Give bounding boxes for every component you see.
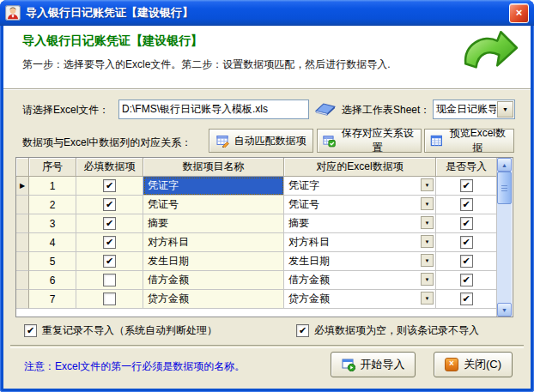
table-row[interactable]: 7贷方金额贷方金额▼✔	[16, 290, 496, 309]
skip-duplicates-option[interactable]: ✔ 重复记录不导入（系统自动判断处理）	[24, 323, 217, 338]
field-name-cell[interactable]: 贷方金额	[143, 290, 284, 309]
col-header-seq: 序号	[29, 158, 76, 177]
import-checkbox[interactable]: ✔	[460, 179, 473, 192]
skip-duplicates-checkbox[interactable]: ✔	[24, 324, 37, 337]
table-row[interactable]: 2✔凭证号凭证号▼✔	[16, 196, 496, 214]
steps-text: 第一步：选择要导入的Excle文件。第二步：设置数据项匹配，然后进行数据导入.	[22, 57, 391, 72]
field-name-cell[interactable]: 借方金额	[143, 271, 284, 290]
save-mapping-button[interactable]: 保存对应关系设置	[317, 129, 422, 153]
import-checkbox[interactable]: ✔	[460, 292, 473, 305]
dropdown-arrow-icon[interactable]: ▼	[421, 197, 434, 210]
title-bar[interactable]: 导入银行日记账凭证【建设银行】 ×	[0, 0, 534, 26]
sheet-select[interactable]: 现金日记账导 ▼	[433, 100, 515, 119]
page-title: 导入银行日记账凭证【建设银行】	[22, 33, 203, 49]
dropdown-arrow-icon[interactable]: ▼	[421, 273, 434, 286]
close-button-label: 关闭(C)	[464, 357, 501, 372]
skip-empty-required-option[interactable]: ✔ 必填数据项为空，则该条记录不导入	[296, 323, 479, 338]
note-text: 注意：Excel文件的第一行必须是数据项的名称。	[24, 359, 245, 374]
row-selector	[16, 214, 29, 233]
scrollbar-thumb[interactable]	[497, 172, 512, 204]
dropdown-arrow-icon[interactable]: ▼	[421, 292, 434, 305]
field-name-cell[interactable]: 对方科目	[143, 233, 284, 252]
start-import-button[interactable]: 开始导入	[331, 352, 416, 377]
import-cell[interactable]: ✔	[436, 271, 496, 290]
row-selector	[16, 252, 29, 271]
excel-mapping-cell[interactable]: 摘要▼	[284, 214, 436, 233]
grid-body: ▶1✔凭证字凭证字▼✔2✔凭证号凭证号▼✔3✔摘要摘要▼✔4✔对方科目对方科目▼…	[16, 177, 496, 309]
excel-path-input[interactable]	[118, 100, 309, 119]
dropdown-arrow-icon[interactable]: ▼	[421, 216, 434, 229]
seq-cell: 5	[29, 252, 76, 271]
scroll-up-icon[interactable]: ▲	[497, 158, 512, 172]
excel-mapping-value: 发生日期	[288, 254, 330, 268]
import-cell[interactable]: ✔	[436, 177, 496, 196]
preview-excel-label: 预览Excel数据	[447, 126, 508, 155]
required-checkbox[interactable]: ✔	[103, 179, 116, 192]
field-name-cell[interactable]: 凭证号	[143, 196, 284, 214]
required-checkbox[interactable]: ✔	[103, 198, 116, 211]
start-import-label: 开始导入	[361, 357, 405, 372]
auto-match-button[interactable]: 自动匹配数据项	[209, 129, 313, 153]
import-cell[interactable]: ✔	[436, 214, 496, 233]
browse-book-icon[interactable]	[314, 100, 337, 118]
field-name-cell[interactable]: 凭证字	[143, 177, 284, 196]
header-band: 导入银行日记账凭证【建设银行】 第一步：选择要导入的Excle文件。第二步：设置…	[3, 26, 531, 89]
required-checkbox[interactable]: ✔	[103, 217, 116, 230]
preview-excel-button[interactable]: 预览Excel数据	[424, 129, 514, 153]
required-cell[interactable]: ✔	[76, 177, 143, 196]
required-cell[interactable]	[76, 271, 143, 290]
excel-mapping-cell[interactable]: 凭证字▼	[284, 177, 436, 196]
excel-mapping-cell[interactable]: 对方科目▼	[284, 233, 436, 252]
required-checkbox[interactable]	[103, 292, 116, 305]
import-cell[interactable]: ✔	[436, 233, 496, 252]
dropdown-arrow-icon[interactable]: ▼	[421, 178, 434, 191]
col-header-excel: 对应的Excel数据项	[284, 158, 436, 177]
excel-mapping-value: 凭证字	[288, 178, 319, 193]
required-checkbox[interactable]: ✔	[103, 255, 116, 268]
required-cell[interactable]: ✔	[76, 196, 143, 214]
dropdown-arrow-icon[interactable]: ▼	[421, 235, 434, 248]
import-checkbox[interactable]: ✔	[460, 255, 473, 268]
field-name-cell[interactable]: 发生日期	[143, 252, 284, 271]
import-checkbox[interactable]: ✔	[460, 274, 473, 286]
excel-mapping-cell[interactable]: 借方金额▼	[284, 271, 436, 290]
import-cell[interactable]: ✔	[436, 252, 496, 271]
dropdown-arrow-icon[interactable]: ▼	[421, 254, 434, 267]
import-cell[interactable]: ✔	[436, 196, 496, 214]
vertical-scrollbar[interactable]: ▲ ▼	[496, 158, 512, 317]
required-cell[interactable]: ✔	[76, 252, 143, 271]
import-cell[interactable]: ✔	[436, 290, 496, 309]
required-checkbox[interactable]	[103, 274, 116, 286]
scroll-down-icon[interactable]: ▼	[497, 303, 512, 317]
import-checkbox[interactable]: ✔	[460, 236, 473, 249]
table-row[interactable]: 6借方金额借方金额▼✔	[16, 271, 496, 290]
field-name-cell[interactable]: 摘要	[143, 214, 284, 233]
required-cell[interactable]: ✔	[76, 233, 143, 252]
row-selector	[16, 290, 29, 309]
table-row[interactable]: ▶1✔凭证字凭证字▼✔	[16, 177, 496, 196]
import-checkbox[interactable]: ✔	[460, 217, 473, 230]
excel-mapping-cell[interactable]: 发生日期▼	[284, 252, 436, 271]
excel-mapping-cell[interactable]: 凭证号▼	[284, 196, 436, 214]
row-selector	[16, 271, 29, 290]
table-row[interactable]: 4✔对方科目对方科目▼✔	[16, 233, 496, 252]
seq-cell: 6	[29, 271, 76, 290]
seq-cell: 2	[29, 196, 76, 214]
chevron-down-icon[interactable]: ▼	[497, 101, 513, 118]
skip-empty-required-checkbox[interactable]: ✔	[296, 324, 309, 337]
table-pencil-icon	[216, 134, 230, 148]
close-icon[interactable]: ×	[509, 3, 529, 23]
import-checkbox[interactable]: ✔	[460, 198, 473, 211]
close-button[interactable]: × 关闭(C)	[434, 352, 513, 377]
required-checkbox[interactable]: ✔	[103, 236, 116, 249]
grid-header-row: 序号 必填数据项 数据项目名称 对应的Excel数据项 是否导入	[16, 158, 496, 177]
table-row[interactable]: 5✔发生日期发生日期▼✔	[16, 252, 496, 271]
excel-mapping-value: 摘要	[288, 216, 309, 231]
grid-main: 序号 必填数据项 数据项目名称 对应的Excel数据项 是否导入 ▶1✔凭证字凭…	[16, 158, 496, 317]
table-row[interactable]: 3✔摘要摘要▼✔	[16, 214, 496, 233]
required-cell[interactable]	[76, 290, 143, 309]
required-cell[interactable]: ✔	[76, 214, 143, 233]
excel-mapping-cell[interactable]: 贷方金额▼	[284, 290, 436, 309]
footer-divider	[10, 345, 524, 348]
row-selector: ▶	[16, 177, 29, 196]
